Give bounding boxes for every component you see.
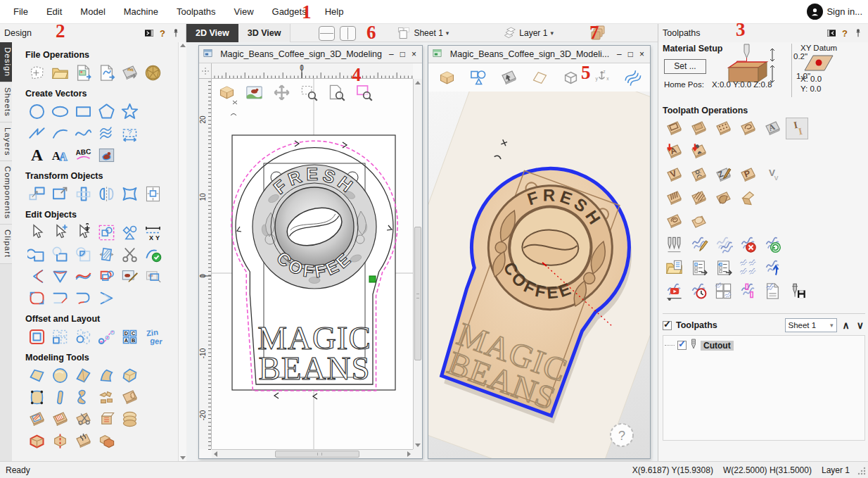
prism-carve-toolpath-icon[interactable]: A (663, 141, 685, 163)
toolpaths-visibility-checkbox[interactable] (663, 321, 672, 330)
fit-polygon-icon[interactable] (49, 265, 72, 287)
pin-icon[interactable] (853, 27, 864, 39)
tab-3d-view[interactable]: 3D View (238, 24, 291, 42)
menu-edit[interactable]: Edit (37, 3, 71, 20)
inlay-toolpath-icon[interactable]: II (786, 118, 808, 139)
scroll-down-icon[interactable] (180, 456, 186, 460)
save-template-icon[interactable] (687, 257, 710, 279)
draw-polyline-icon[interactable] (25, 122, 49, 144)
scroll-up-icon[interactable] (180, 44, 186, 47)
scale-model-icon[interactable] (25, 430, 49, 452)
pan-view-icon[interactable] (271, 82, 292, 103)
text-block-icon[interactable]: AA (49, 144, 72, 166)
draw-circle-icon[interactable] (25, 101, 49, 122)
minimize-button[interactable]: – (617, 49, 622, 59)
array-copy-icon[interactable] (49, 326, 72, 348)
draw-polygon-icon[interactable] (95, 101, 118, 122)
menu-machine[interactable]: Machine (115, 3, 167, 20)
close-button[interactable]: × (639, 49, 644, 59)
pin-icon[interactable] (170, 27, 181, 39)
scroll-down-icon[interactable] (415, 444, 421, 447)
layer-selector[interactable]: Layer 1 ▾ (502, 26, 554, 40)
edit-picture-icon[interactable] (118, 265, 141, 287)
engrave-text-toolpath-icon[interactable]: A (761, 118, 784, 139)
multi-view-icon[interactable] (621, 66, 644, 89)
smooth-model-icon[interactable] (95, 408, 118, 430)
drilling-toolpath-icon[interactable] (712, 118, 734, 139)
two-rail-sweep-icon[interactable] (72, 365, 95, 386)
mirror-icon[interactable] (95, 183, 118, 205)
emboss-toolpath-icon[interactable] (687, 210, 710, 232)
nesting-icon[interactable]: DCAB (118, 326, 141, 348)
join-vectors-icon[interactable] (141, 244, 165, 265)
menu-gadgets[interactable]: Gadgets (263, 3, 316, 20)
toolpath-preview-icon[interactable] (497, 66, 520, 89)
extrude-shape-icon[interactable] (95, 365, 118, 386)
duplicate-toolpath-icon[interactable] (712, 234, 734, 256)
weld-vectors-icon[interactable] (25, 244, 49, 265)
scroll-left-icon[interactable] (214, 451, 217, 457)
3d-canvas[interactable]: TOP FRONT RIGHT (428, 92, 650, 458)
distort-icon[interactable] (118, 183, 141, 205)
move-icon[interactable] (25, 183, 49, 205)
menu-file[interactable]: File (4, 3, 37, 20)
maximize-button[interactable]: □ (400, 49, 405, 59)
edit-toolpath-icon[interactable] (687, 234, 710, 256)
select-tool-icon[interactable] (25, 222, 49, 244)
side-tab-sheets[interactable]: Sheets (0, 82, 12, 122)
fit-curve-icon[interactable] (72, 265, 95, 287)
quick-engrave-toolpath-icon[interactable] (736, 118, 759, 139)
square-ends-icon[interactable] (49, 287, 72, 309)
side-tab-design[interactable]: Design (0, 42, 12, 82)
import-component-icon[interactable] (118, 62, 141, 84)
circular-array-icon[interactable] (72, 326, 95, 348)
measure-tool-icon[interactable]: XY (141, 222, 165, 244)
highlight-toolpath-icon[interactable] (736, 280, 759, 302)
vector-offset-icon[interactable] (95, 265, 118, 287)
3d-window-titlebar[interactable]: Magic_Beans_Coffee_sign_3D_Modeli... – □… (428, 46, 650, 63)
tool-database-icon[interactable] (663, 234, 685, 256)
align-icon[interactable] (141, 183, 165, 205)
vcarve-text-toolpath-icon[interactable]: Vv (761, 164, 784, 186)
sharpen-corners-icon[interactable] (95, 287, 118, 309)
box-select-icon[interactable] (95, 222, 118, 244)
toolpath-item-checkbox[interactable] (677, 341, 687, 350)
tab-2d-view[interactable]: 2D View (186, 24, 238, 42)
sign-in[interactable]: Sign in... (807, 4, 862, 20)
2d-vertical-scrollbar[interactable] (413, 79, 422, 449)
open-file-icon[interactable] (49, 62, 72, 84)
emboss-rails-icon[interactable] (25, 386, 49, 408)
show-2d-shapes-icon[interactable] (466, 66, 489, 89)
sculpt-icon[interactable] (118, 386, 141, 408)
zoom-selected-icon[interactable] (353, 82, 374, 103)
save-all-templates-icon[interactable] (712, 257, 734, 279)
dome-shape-icon[interactable] (49, 365, 72, 386)
draw-ellipse-icon[interactable] (49, 101, 72, 122)
texture-area-icon[interactable] (25, 408, 49, 430)
node-edit-tool-icon[interactable] (49, 222, 72, 244)
intersect-vectors-icon[interactable] (72, 244, 95, 265)
preview-toolpaths-icon[interactable] (663, 280, 685, 302)
export-vectors-icon[interactable] (95, 62, 118, 84)
vcarve-toolpath-icon[interactable]: V (663, 164, 685, 186)
import-image-icon[interactable] (72, 62, 95, 84)
job-setup-icon[interactable] (25, 62, 49, 84)
side-tab-components[interactable]: Components (0, 161, 12, 225)
scroll-thumb[interactable] (414, 227, 421, 360)
draw-rectangle-icon[interactable] (72, 101, 95, 122)
material-set-button[interactable]: Set ... (664, 59, 706, 74)
zoom-extents-icon[interactable] (326, 82, 347, 103)
sketch-lines-icon[interactable] (95, 122, 118, 144)
save-toolpaths-icon[interactable] (786, 280, 808, 302)
clear-area-icon[interactable] (49, 408, 72, 430)
sheet-selector[interactable]: Sheet 1 ▾ (397, 26, 449, 40)
menu-view[interactable]: View (225, 3, 263, 20)
toolpath-list-item[interactable]: Cutout (665, 339, 863, 352)
pocket-toolpath-icon[interactable] (687, 118, 710, 139)
fit-arc-icon[interactable] (25, 265, 49, 287)
scroll-thumb[interactable] (275, 451, 359, 458)
close-button[interactable]: × (411, 49, 416, 59)
trim-model-icon[interactable] (72, 408, 95, 430)
profile-toolpath-icon[interactable] (663, 118, 685, 139)
delete-toolpath-icon[interactable] (736, 234, 759, 256)
